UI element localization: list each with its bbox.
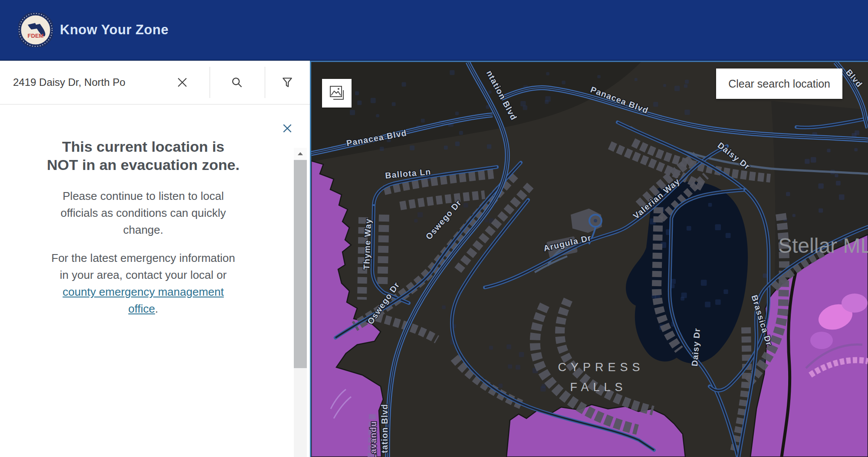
result-paragraph-1: Please continue to listen to local offic… bbox=[9, 188, 278, 238]
svg-text:FDEM: FDEM bbox=[28, 33, 44, 39]
body-line: change. bbox=[9, 222, 278, 238]
result-paragraph-2: For the latest emergency information in … bbox=[9, 250, 278, 317]
map-canvas[interactable]: ntation BlvdPanacea BlvdPanacea BlvdBall… bbox=[311, 62, 868, 457]
page-title: Know Your Zone bbox=[60, 22, 168, 38]
arrow-up-icon bbox=[297, 152, 303, 156]
body-line: For the latest emergency information bbox=[9, 250, 278, 267]
divider bbox=[210, 67, 210, 98]
body-line: in your area, contact your local or bbox=[9, 267, 278, 284]
search-input[interactable] bbox=[0, 61, 178, 104]
filter-funnel-icon bbox=[282, 77, 293, 88]
divider bbox=[265, 67, 265, 98]
street-label: Thyme Way bbox=[362, 218, 373, 270]
stellar-mls-watermark: Stellar MLS bbox=[778, 234, 868, 257]
area-label-falls: FALLS bbox=[570, 381, 627, 394]
body-line: office. bbox=[9, 300, 278, 317]
close-icon bbox=[177, 77, 188, 88]
panel-scrollbar bbox=[294, 148, 307, 457]
result-heading: This current location is NOT in an evacu… bbox=[9, 137, 278, 174]
result-panel: This current location is NOT in an evacu… bbox=[0, 104, 310, 457]
search-icon bbox=[231, 76, 243, 88]
basemap-image-icon bbox=[328, 85, 346, 102]
basemap-gallery-button[interactable] bbox=[322, 79, 352, 108]
heading-line: NOT in an evacuation zone. bbox=[9, 156, 278, 174]
body-line: county emergency management bbox=[9, 284, 278, 300]
county-emergency-link[interactable]: county emergency management bbox=[62, 285, 224, 298]
app-header: FDEM Know Your Zone bbox=[0, 0, 868, 61]
search-bar bbox=[0, 61, 310, 104]
close-icon bbox=[282, 123, 293, 134]
know-your-zone-app: FDEM Know Your Zone bbox=[0, 0, 868, 457]
close-result-button[interactable] bbox=[280, 122, 294, 136]
fdem-logo-icon: FDEM bbox=[18, 13, 53, 47]
clear-search-text-button[interactable] bbox=[173, 73, 192, 92]
sidebar-panel: This current location is NOT in an evacu… bbox=[0, 61, 310, 457]
filter-button[interactable] bbox=[278, 73, 297, 92]
search-button[interactable] bbox=[227, 73, 247, 92]
scrollbar-thumb[interactable] bbox=[294, 160, 307, 368]
street-label: Lavandu bbox=[368, 421, 378, 457]
body-line: officials as conditions can quickly bbox=[9, 205, 278, 222]
heading-line: This current location is bbox=[9, 137, 278, 156]
area-label-cypress: CYPRESS bbox=[558, 361, 644, 374]
period: . bbox=[155, 302, 158, 315]
result-message: This current location is NOT in an evacu… bbox=[9, 104, 278, 317]
scrollbar-up-button[interactable] bbox=[294, 148, 307, 160]
street-label: tation Blvd bbox=[380, 404, 389, 453]
map[interactable]: ntation BlvdPanacea BlvdPanacea BlvdBall… bbox=[310, 61, 868, 457]
body-line: Please continue to listen to local bbox=[9, 188, 278, 205]
clear-search-location-button[interactable]: Clear search location bbox=[716, 69, 842, 99]
county-emergency-link[interactable]: office bbox=[128, 302, 155, 315]
